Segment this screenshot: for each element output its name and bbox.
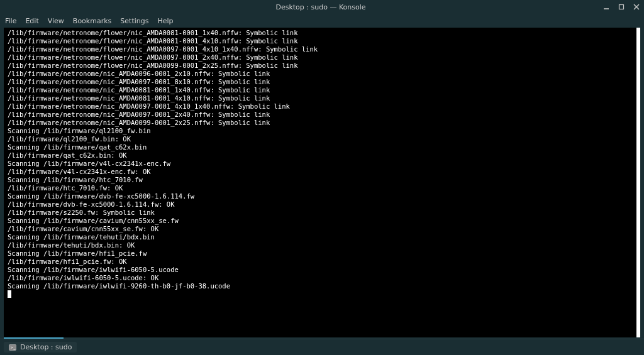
terminal-viewport[interactable]: /lib/firmware/netronome/flower/nic_AMDA0… bbox=[4, 28, 640, 337]
terminal-line: /lib/firmware/iwlwifi-6050-5.ucode: OK bbox=[8, 274, 633, 282]
terminal-line: /lib/firmware/netronome/nic_AMDA0081-000… bbox=[8, 86, 633, 94]
window-controls bbox=[601, 2, 641, 12]
terminal-line: Scanning /lib/firmware/iwlwifi-6050-5.uc… bbox=[8, 266, 633, 274]
terminal-icon: >_ bbox=[9, 344, 16, 351]
terminal-line: Scanning /lib/firmware/ql2100_fw.bin bbox=[8, 127, 633, 135]
tab-label: Desktop : sudo bbox=[20, 343, 72, 351]
terminal-line: /lib/firmware/netronome/flower/nic_AMDA0… bbox=[8, 37, 633, 45]
terminal-line: /lib/firmware/netronome/nic_AMDA0099-000… bbox=[8, 119, 633, 127]
terminal-line: Scanning /lib/firmware/v4l-cx2341x-enc.f… bbox=[8, 160, 633, 168]
terminal-line: /lib/firmware/netronome/nic_AMDA0097-000… bbox=[8, 102, 633, 111]
menu-view[interactable]: View bbox=[48, 17, 64, 25]
terminal-line: Scanning /lib/firmware/cavium/cnn55xx_se… bbox=[8, 217, 633, 225]
terminal-line: /lib/firmware/htc_7010.fw: OK bbox=[8, 184, 633, 192]
terminal-line: /lib/firmware/netronome/nic_AMDA0097-000… bbox=[8, 78, 633, 86]
terminal-line: /lib/firmware/s2250.fw: Symbolic link bbox=[8, 209, 633, 217]
terminal-line: /lib/firmware/netronome/flower/nic_AMDA0… bbox=[8, 45, 633, 53]
menu-settings[interactable]: Settings bbox=[120, 17, 148, 25]
terminal-line: /lib/firmware/netronome/nic_AMDA0097-000… bbox=[8, 111, 633, 119]
terminal-line: /lib/firmware/dvb-fe-xc5000-1.6.114.fw: … bbox=[8, 200, 633, 209]
titlebar[interactable]: Desktop : sudo — Konsole bbox=[0, 0, 644, 14]
maximize-button[interactable] bbox=[616, 2, 626, 12]
cursor bbox=[8, 290, 11, 298]
terminal-line: /lib/firmware/qat_c62x.bin: OK bbox=[8, 151, 633, 160]
terminal-line: /lib/firmware/netronome/flower/nic_AMDA0… bbox=[8, 62, 633, 70]
terminal-line: Scanning /lib/firmware/hfi1_pcie.fw bbox=[8, 249, 633, 258]
menu-edit[interactable]: Edit bbox=[25, 17, 38, 25]
tab-desktop-sudo[interactable]: >_ Desktop : sudo bbox=[4, 342, 77, 352]
tab-bar: >_ Desktop : sudo bbox=[0, 339, 644, 355]
terminal-line: /lib/firmware/tehuti/bdx.bin: OK bbox=[8, 241, 633, 249]
terminal-cursor-line bbox=[8, 290, 633, 298]
close-button[interactable] bbox=[631, 2, 641, 12]
menu-help[interactable]: Help bbox=[157, 17, 173, 25]
menu-bookmarks[interactable]: Bookmarks bbox=[73, 17, 111, 25]
terminal-line: /lib/firmware/netronome/flower/nic_AMDA0… bbox=[8, 29, 633, 37]
terminal-line: Scanning /lib/firmware/dvb-fe-xc5000-1.6… bbox=[8, 192, 633, 200]
minimize-button[interactable] bbox=[601, 2, 611, 12]
terminal-line: /lib/firmware/ql2100_fw.bin: OK bbox=[8, 135, 633, 143]
terminal-line: Scanning /lib/firmware/qat_c62x.bin bbox=[8, 143, 633, 151]
menu-file[interactable]: File bbox=[5, 17, 16, 25]
terminal-line: Scanning /lib/firmware/htc_7010.fw bbox=[8, 176, 633, 184]
terminal-line: Scanning /lib/firmware/tehuti/bdx.bin bbox=[8, 233, 633, 241]
terminal-line: /lib/firmware/hfi1_pcie.fw: OK bbox=[8, 258, 633, 266]
svg-text:>_: >_ bbox=[11, 345, 16, 350]
terminal-line: /lib/firmware/v4l-cx2341x-enc.fw: OK bbox=[8, 168, 633, 176]
menubar: File Edit View Bookmarks Settings Help bbox=[0, 14, 644, 28]
terminal-line: Scanning /lib/firmware/iwlwifi-9260-th-b… bbox=[8, 282, 633, 290]
terminal-output: /lib/firmware/netronome/flower/nic_AMDA0… bbox=[8, 29, 633, 298]
terminal-line: /lib/firmware/netronome/nic_AMDA0081-000… bbox=[8, 94, 633, 102]
terminal-line: /lib/firmware/cavium/cnn55xx_se.fw: OK bbox=[8, 225, 633, 233]
terminal-line: /lib/firmware/netronome/nic_AMDA0096-000… bbox=[8, 70, 633, 78]
terminal-line: /lib/firmware/netronome/flower/nic_AMDA0… bbox=[8, 53, 633, 62]
window-title: Desktop : sudo — Konsole bbox=[40, 3, 601, 11]
svg-rect-1 bbox=[619, 5, 624, 9]
konsole-window: Desktop : sudo — Konsole File Edit View … bbox=[0, 0, 644, 355]
